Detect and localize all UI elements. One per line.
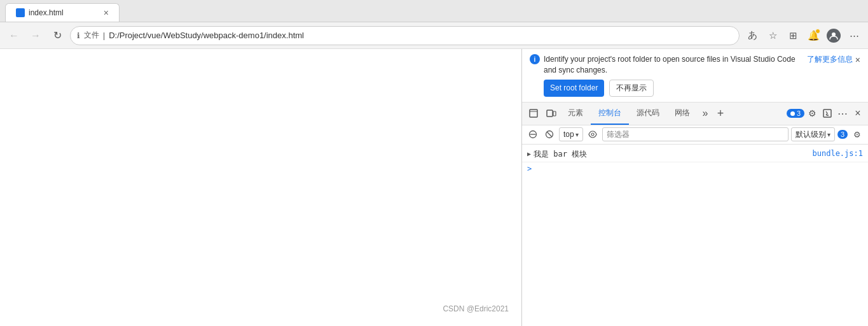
tab-title: index.html — [29, 8, 64, 17]
set-root-folder-button[interactable]: Set root folder — [544, 80, 604, 97]
favorites-button[interactable]: ☆ — [764, 27, 782, 45]
console-source-link[interactable]: bundle.js:1 — [813, 149, 863, 158]
devtools-add-tab-button[interactable]: + — [713, 106, 728, 121]
clear-console-icon[interactable] — [526, 127, 540, 141]
tab-close-button[interactable]: × — [104, 8, 109, 18]
menu-icon: ⋯ — [850, 30, 859, 41]
console-prompt-row: > — [522, 162, 868, 175]
tab-bar: index.html × — [0, 0, 868, 22]
no-show-button[interactable]: 不再显示 — [609, 80, 654, 97]
context-label: top — [563, 130, 574, 139]
svg-rect-2 — [547, 110, 553, 117]
navigation-bar: ← → ↻ ℹ 文件 | D:/Project/vue/WebStudy/web… — [0, 22, 868, 49]
level-label: 默认级别 — [796, 129, 826, 140]
console-log-row: ▶ 我是 bar 模块 bundle.js:1 — [522, 147, 868, 162]
console-filter-input[interactable] — [602, 127, 789, 141]
devtools-error-badge: 3 — [787, 109, 804, 118]
refresh-button[interactable]: ↻ — [48, 27, 66, 45]
settings-button[interactable]: ⋯ — [845, 27, 863, 45]
devtools-inspect-icon[interactable] — [525, 104, 542, 122]
back-button[interactable]: ← — [5, 27, 23, 45]
svg-rect-1 — [530, 110, 537, 117]
watermark: CSDN @Edric2021 — [443, 304, 509, 313]
banner-learn-more-link[interactable]: 了解更多信息 — [807, 54, 853, 65]
log-level-selector[interactable]: 默认级别 ▾ — [791, 127, 835, 141]
console-toolbar: top ▾ 默认级别 ▾ 3 ⚙ — [522, 125, 868, 145]
prompt-arrow: > — [527, 164, 532, 173]
banner-top-row: i Identify your project's root folder to… — [530, 54, 860, 76]
console-error-count: 3 — [837, 130, 848, 139]
devtools-close-button[interactable]: × — [850, 106, 865, 121]
devtools-more-tabs-button[interactable]: » — [698, 106, 713, 121]
browser-window: index.html × ← → ↻ ℹ 文件 | D:/Project/vue… — [0, 0, 868, 326]
svg-line-8 — [547, 132, 552, 137]
console-log-text: 我是 bar 模块 — [534, 149, 812, 160]
file-label: 文件 — [84, 30, 99, 41]
tab-network[interactable]: 网络 — [667, 102, 698, 125]
banner-buttons: Set root folder 不再显示 — [544, 80, 860, 97]
notification-badge — [815, 29, 820, 34]
ban-icon[interactable] — [542, 127, 556, 141]
context-selector[interactable]: top ▾ — [559, 127, 583, 141]
address-url: D:/Project/vue/WebStudy/webpack-demo1/in… — [109, 31, 733, 40]
address-separator: | — [103, 31, 105, 40]
console-settings-icon[interactable]: ⚙ — [850, 127, 864, 141]
eye-icon[interactable] — [586, 127, 600, 141]
banner-close-button[interactable]: × — [855, 55, 860, 65]
svg-point-0 — [832, 32, 836, 36]
address-bar[interactable]: ℹ 文件 | D:/Project/vue/WebStudy/webpack-d… — [70, 26, 740, 45]
svg-rect-3 — [553, 111, 556, 116]
translate-icon: あ — [748, 29, 757, 41]
profile-icon — [829, 31, 838, 40]
devtools-panel: i Identify your project's root folder to… — [521, 49, 868, 326]
devtools-tabs: 元素 控制台 源代码 网络 » + 3 ⚙ — [522, 103, 868, 125]
tab-elements[interactable]: 元素 — [560, 102, 591, 125]
notifications-button[interactable]: 🔔 — [804, 27, 822, 45]
badge-dot — [790, 111, 795, 116]
translate-button[interactable]: あ — [743, 27, 761, 45]
collections-button[interactable]: ⊞ — [784, 27, 802, 45]
devtools-banner: i Identify your project's root folder to… — [522, 49, 868, 103]
tab-console[interactable]: 控制台 — [591, 102, 629, 125]
devtools-more-options-icon[interactable]: ⋯ — [835, 106, 850, 121]
tab-favicon — [16, 8, 25, 17]
star-icon: ☆ — [769, 30, 777, 41]
devtools-device-icon[interactable] — [542, 104, 560, 122]
browser-tab[interactable]: index.html × — [5, 3, 120, 22]
console-output: ▶ 我是 bar 模块 bundle.js:1 > — [522, 145, 868, 326]
level-arrow: ▾ — [827, 131, 830, 138]
tab-sources[interactable]: 源代码 — [629, 102, 667, 125]
devtools-settings-icon[interactable]: ⚙ — [804, 106, 820, 121]
back-icon: ← — [9, 30, 19, 41]
collections-icon: ⊞ — [789, 30, 797, 41]
banner-text: Identify your project's root folder to o… — [544, 54, 798, 76]
forward-button[interactable]: → — [27, 27, 45, 45]
address-info-icon: ℹ — [77, 31, 80, 40]
nav-right-icons: あ ☆ ⊞ 🔔 ⋯ — [743, 27, 863, 45]
svg-point-9 — [591, 133, 594, 136]
profile-button[interactable] — [825, 27, 843, 45]
browser-viewport: CSDN @Edric2021 — [0, 49, 521, 326]
forward-icon: → — [31, 30, 41, 41]
refresh-icon: ↻ — [53, 29, 62, 41]
banner-info-icon: i — [530, 54, 540, 64]
context-arrow: ▾ — [575, 131, 579, 138]
avatar — [827, 29, 841, 43]
expand-arrow[interactable]: ▶ — [527, 150, 531, 157]
main-area: CSDN @Edric2021 i Identify your project'… — [0, 49, 868, 326]
devtools-dock-icon[interactable] — [820, 106, 835, 121]
